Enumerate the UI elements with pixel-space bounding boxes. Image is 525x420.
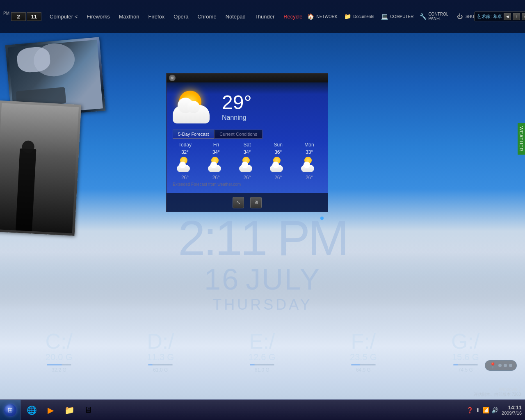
- sys-documents[interactable]: 📁 Documents: [344, 12, 374, 21]
- mini-cloud-fri: [208, 165, 221, 172]
- clock-hour: 2: [11, 12, 26, 21]
- forecast-header-mon: Mon: [297, 142, 322, 148]
- sys-network[interactable]: 🏠 NETWORK: [306, 12, 337, 21]
- weather-titlebar: ✕: [167, 73, 328, 82]
- drive-f-total: 64.9 G: [350, 367, 377, 373]
- tab-current[interactable]: Current Conditions: [214, 130, 262, 139]
- photo-2: [0, 100, 81, 236]
- media-player: 艺术家: 萃卓 ◀ ⏸ ■ ▶: [474, 11, 525, 21]
- taskbar-clock: 14:11 2009/7/16: [502, 404, 522, 415]
- drive-f-letter: F:/: [350, 331, 377, 352]
- taskbar-arrow-icon[interactable]: ⬆: [475, 407, 480, 413]
- forecast-col-fri: 34° 26°: [204, 149, 228, 180]
- nav-opera[interactable]: Opera: [169, 12, 192, 21]
- nav-maxthon[interactable]: Maxthon: [115, 12, 144, 21]
- drive-g-used: 15.6 G: [451, 352, 479, 363]
- dots-widget: 📍: [485, 360, 517, 371]
- taskbar-sys-icons: ❓ ⬆ 📶 🔊: [466, 407, 498, 413]
- taskbar-right: ❓ ⬆ 📶 🔊 14:11 2009/7/16: [466, 404, 525, 415]
- nav-fireworks[interactable]: Fireworks: [82, 12, 114, 21]
- weather-close-btn[interactable]: ✕: [169, 75, 176, 81]
- weather-temperature: 29°: [222, 93, 252, 112]
- weather-resize-btn[interactable]: ⤡: [233, 197, 244, 208]
- forecast-icon-sun: [270, 157, 286, 173]
- forecast-header-today: Today: [173, 142, 197, 148]
- sys-network-label: NETWORK: [316, 14, 337, 19]
- computer-icon: 💻: [380, 12, 388, 21]
- forecast-col-sun: 36° 26°: [266, 149, 290, 180]
- sys-documents-label: Documents: [354, 14, 374, 19]
- clock-ampm: PM: [3, 11, 9, 16]
- forecast-days-row: 32° 26° 34° 26° 34°: [173, 149, 322, 180]
- sys-computer[interactable]: 💻 COMPUTER: [380, 12, 413, 21]
- taskbar: ⊞ 🌐 ▶ 📁 🖥 ❓ ⬆ 📶 🔊 14:11 2009/7/16: [0, 399, 525, 420]
- forecast-lo-mon: 26°: [297, 175, 322, 180]
- nav-notepad[interactable]: Notepad: [221, 12, 250, 21]
- dot-1[interactable]: [498, 364, 502, 367]
- drive-c-letter: C:/: [46, 331, 73, 352]
- drive-d-used: 11.3 G: [147, 352, 174, 363]
- dot-3[interactable]: [509, 364, 512, 367]
- sys-control-label: CONTROL PANEL: [428, 12, 450, 21]
- weather-indicator-dot: [320, 217, 324, 220]
- drive-c-bar-container: [47, 364, 71, 365]
- taskbar-volume-icon[interactable]: 🔊: [491, 407, 498, 413]
- weather-settings-btn[interactable]: 🖥: [250, 197, 262, 208]
- forecast-hi-sun: 36°: [266, 149, 290, 155]
- cloud-icon: [173, 105, 210, 123]
- media-pause-btn[interactable]: ⏸: [513, 13, 520, 20]
- media-stop-btn[interactable]: ■: [522, 13, 525, 20]
- drive-e-bar: [250, 364, 255, 365]
- drive-e-bar-container: [250, 364, 274, 365]
- tab-5day[interactable]: 5-Day Forecast: [173, 130, 214, 139]
- sys-control-panel[interactable]: 🔧 CONTROL PANEL: [420, 12, 450, 21]
- taskbar-media[interactable]: ▶: [41, 402, 59, 419]
- taskbar-explorer[interactable]: 📁: [60, 402, 78, 419]
- media-prev-btn[interactable]: ◀: [504, 13, 511, 20]
- forecast-header-fri: Fri: [204, 142, 228, 148]
- system-icons: 🏠 NETWORK 📁 Documents 💻 COMPUTER 🔧 CONTR…: [306, 12, 474, 21]
- sys-computer-label: COMPUTER: [390, 14, 413, 19]
- nav-chrome[interactable]: Chrome: [193, 12, 220, 21]
- network-icon: 🏠: [306, 12, 315, 21]
- drive-e: E:/ 12.6 G 61.0 G: [249, 331, 276, 373]
- taskbar-network-icon[interactable]: 📶: [482, 407, 489, 413]
- forecast-hi-fri: 34°: [204, 149, 228, 155]
- weather-widget: ✕ 29° Nanning 5-Day Forecast Current Con…: [166, 73, 328, 212]
- drive-g-letter: G:/: [451, 331, 479, 352]
- weather-city: Nanning: [222, 114, 252, 121]
- dot-2[interactable]: [504, 364, 507, 367]
- forecast-lo-today: 26°: [173, 175, 197, 180]
- forecast-col-sat: 34° 26°: [235, 149, 260, 180]
- forecast-col-today: 32° 26°: [173, 149, 197, 180]
- forecast-icon-sat: [239, 157, 256, 173]
- top-bar: PM 2 11 Computer < Fireworks Maxthon Fir…: [0, 0, 525, 33]
- weather-tabs: 5-Day Forecast Current Conditions: [173, 130, 322, 139]
- taskbar-time: 14:11: [502, 404, 522, 411]
- drive-d-bar-container: [148, 364, 173, 365]
- nav-thunder[interactable]: Thunder: [251, 12, 278, 21]
- forecast-hi-today: 32°: [173, 149, 197, 155]
- sys-shutdown[interactable]: ⏻ SHU: [456, 12, 474, 21]
- mini-cloud-mon: [301, 165, 314, 172]
- taskbar-ie[interactable]: 🌐: [23, 402, 41, 419]
- nav-computer[interactable]: Computer <: [46, 12, 82, 21]
- nav-firefox[interactable]: Firefox: [144, 12, 169, 21]
- photos-container: [0, 37, 115, 262]
- drive-f-used: 23.5 G: [350, 352, 377, 363]
- weather-side-tab[interactable]: WEATHER: [518, 123, 525, 155]
- forecast-lo-sun: 26°: [266, 175, 290, 180]
- drive-g-bar: [453, 364, 459, 365]
- mini-cloud-sun: [270, 165, 283, 172]
- weather-temp-info: 29° Nanning: [222, 93, 252, 121]
- drive-e-letter: E:/: [249, 331, 276, 352]
- forecast-hi-mon: 33°: [297, 149, 322, 155]
- drive-e-used: 12.6 G: [249, 352, 276, 363]
- taskbar-app4[interactable]: 🖥: [79, 402, 97, 419]
- start-button[interactable]: ⊞: [0, 400, 21, 420]
- cloud-layer: [0, 235, 525, 420]
- forecast-lo-fri: 26°: [204, 175, 228, 180]
- taskbar-help-icon[interactable]: ❓: [466, 407, 473, 413]
- drive-f-bar: [351, 364, 360, 365]
- nav-recycle[interactable]: Recycle: [279, 12, 306, 21]
